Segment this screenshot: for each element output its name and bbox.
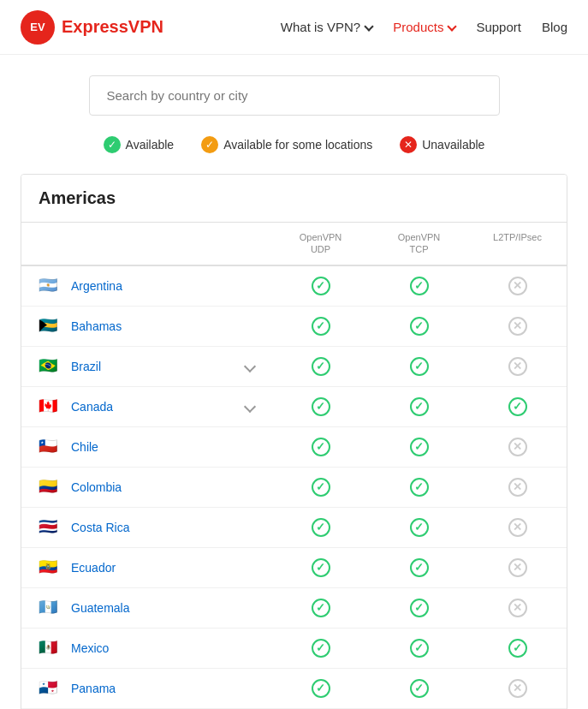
country-name: Mexico [71, 641, 109, 655]
available-icon: ✓ [410, 639, 429, 658]
country-name-cell[interactable]: 🇧🇷 Brazil [21, 348, 271, 385]
expand-icon[interactable] [244, 401, 256, 413]
legend: ✓ Available ✓ Available for some locatio… [0, 136, 588, 153]
country-name-cell[interactable]: 🇲🇽 Mexico [21, 629, 271, 667]
l2tp-cell: ✕ [468, 266, 567, 306]
col-header-openvpn-tcp: OpenVPN TCP [370, 223, 468, 265]
l2tp-cell: ✕ [468, 307, 567, 346]
country-name-cell[interactable]: 🇨🇦 Canada [21, 388, 271, 426]
available-icon: ✓ [312, 639, 330, 658]
country-flag: 🇨🇱 [39, 438, 62, 456]
openvpn-tcp-cell: ✓ [370, 266, 468, 306]
l2tp-cell: ✓ [468, 387, 567, 426]
main-nav: What is VPN? Products Support Blog [281, 20, 567, 34]
available-icon: ✓ [410, 679, 429, 698]
country-name-cell[interactable]: 🇨🇷 Costa Rica [21, 509, 271, 546]
expressvpn-logo-icon: EV [21, 10, 55, 45]
chevron-down-icon [448, 21, 457, 31]
table-row: 🇵🇦 Panama ✓ ✓ ✕ [21, 669, 567, 709]
country-flag: 🇧🇸 [39, 318, 62, 335]
country-name-cell[interactable]: 🇨🇱 Chile [21, 428, 271, 466]
table-row: 🇨🇴 Colombia ✓ ✓ ✕ [21, 468, 567, 508]
vpn-table: Americas OpenVPN UDP OpenVPN TCP L2TP/IP… [21, 174, 567, 709]
available-icon: ✓ [410, 277, 429, 295]
available-icon: ✓ [312, 478, 330, 497]
search-box [89, 75, 500, 116]
openvpn-udp-cell: ✓ [271, 387, 370, 426]
table-row: 🇨🇷 Costa Rica ✓ ✓ ✕ [21, 508, 567, 548]
country-name-cell[interactable]: 🇨🇴 Colombia [21, 468, 271, 506]
openvpn-udp-cell: ✓ [271, 468, 370, 507]
available-icon: ✓ [312, 599, 330, 617]
l2tp-cell: ✕ [468, 669, 567, 708]
legend-available: ✓ Available [104, 136, 175, 153]
openvpn-udp-cell: ✓ [271, 266, 370, 306]
l2tp-cell: ✕ [468, 508, 567, 547]
openvpn-udp-cell: ✓ [271, 307, 370, 346]
country-name: Costa Rica [71, 521, 129, 534]
column-headers: OpenVPN UDP OpenVPN TCP L2TP/IPsec [21, 223, 567, 266]
available-icon: ✓ [312, 397, 330, 416]
available-icon: ✓ [312, 558, 330, 577]
country-name: Brazil [71, 360, 101, 373]
col-header-country [21, 223, 271, 265]
section-header-americas: Americas [21, 175, 567, 223]
country-flag: 🇦🇷 [39, 277, 62, 295]
country-name: Chile [71, 440, 98, 454]
openvpn-udp-cell: ✓ [271, 669, 370, 708]
country-name: Argentina [71, 279, 122, 293]
col-header-openvpn-udp: OpenVPN UDP [271, 223, 370, 265]
openvpn-udp-cell: ✓ [271, 508, 370, 547]
nav-item-support[interactable]: Support [476, 20, 521, 34]
openvpn-tcp-cell: ✓ [370, 588, 468, 628]
available-icon: ✓ [410, 518, 429, 537]
search-input[interactable] [89, 75, 500, 116]
openvpn-tcp-cell: ✓ [370, 347, 468, 386]
unavailable-icon: ✕ [508, 438, 527, 456]
country-name-cell[interactable]: 🇦🇷 Argentina [21, 267, 271, 305]
table-row: 🇲🇽 Mexico ✓ ✓ ✓ [21, 629, 567, 669]
nav-item-vpn[interactable]: What is VPN? [281, 20, 372, 34]
country-name-cell[interactable]: 🇵🇦 Panama [21, 670, 271, 707]
country-name-cell[interactable]: 🇬🇹 Guatemala [21, 589, 271, 627]
available-icon: ✓ [410, 317, 429, 336]
table-row: 🇦🇷 Argentina ✓ ✓ ✕ [21, 266, 567, 307]
nav-item-products[interactable]: Products [393, 20, 455, 34]
nav-item-blog[interactable]: Blog [542, 20, 567, 34]
available-icon: ✓ [508, 397, 527, 416]
country-name: Canada [71, 400, 113, 414]
l2tp-cell: ✕ [468, 588, 567, 628]
openvpn-tcp-cell: ✓ [370, 387, 468, 426]
table-row: 🇬🇹 Guatemala ✓ ✓ ✕ [21, 588, 567, 629]
unavailable-icon: ✕ [508, 679, 527, 698]
unavailable-icon: ✕ [508, 357, 527, 376]
table-row: 🇧🇷 Brazil ✓ ✓ ✕ [21, 347, 567, 387]
country-flag: 🇪🇨 [39, 559, 62, 576]
available-icon: ✓ [312, 679, 330, 698]
openvpn-tcp-cell: ✓ [370, 427, 468, 467]
available-icon: ✓ [410, 397, 429, 416]
openvpn-tcp-cell: ✓ [370, 629, 468, 668]
table-row: 🇧🇸 Bahamas ✓ ✓ ✕ [21, 307, 567, 347]
available-icon: ✓ [410, 478, 429, 497]
expand-icon[interactable] [244, 360, 256, 372]
logo-text: ExpressVPN [62, 17, 163, 37]
l2tp-cell: ✓ [468, 629, 567, 668]
available-check-icon: ✓ [104, 136, 121, 153]
legend-partial: ✓ Available for some locations [201, 136, 372, 153]
unavailable-icon: ✕ [508, 599, 527, 617]
header: EV ExpressVPN What is VPN? Products Supp… [0, 0, 588, 55]
country-flag: 🇨🇦 [39, 398, 62, 415]
unavailable-icon: ✕ [508, 277, 527, 295]
openvpn-udp-cell: ✓ [271, 548, 370, 587]
country-name: Panama [71, 682, 116, 695]
country-name: Ecuador [71, 561, 116, 575]
unavailable-icon: ✕ [508, 317, 527, 336]
country-name-cell[interactable]: 🇪🇨 Ecuador [21, 549, 271, 587]
col-header-l2tp: L2TP/IPsec [468, 223, 567, 265]
available-icon: ✓ [410, 357, 429, 376]
available-icon: ✓ [410, 558, 429, 577]
country-flag: 🇵🇦 [39, 680, 62, 697]
search-area [0, 55, 588, 136]
country-name-cell[interactable]: 🇧🇸 Bahamas [21, 307, 271, 345]
